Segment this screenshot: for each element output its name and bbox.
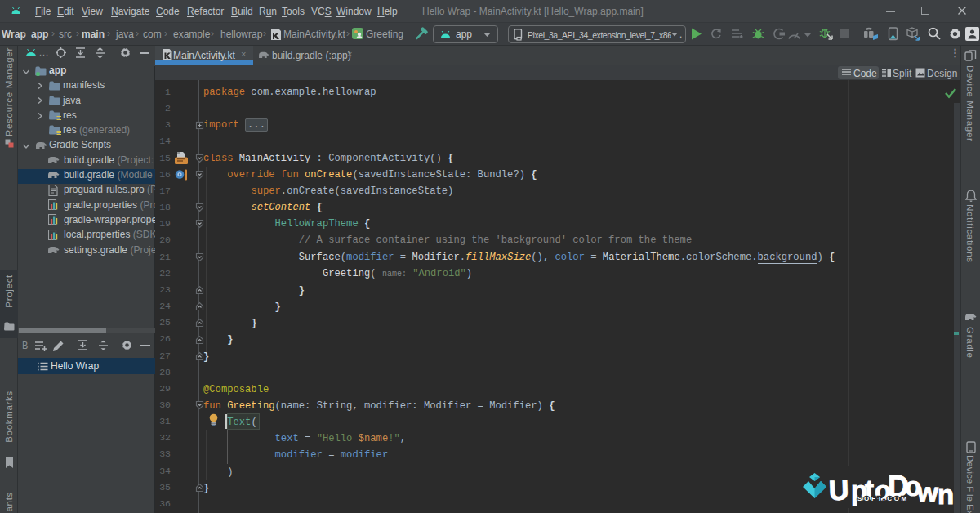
svg-text:SOFT.COM: SOFT.COM <box>858 495 909 502</box>
svg-text:U: U <box>828 474 849 506</box>
svg-text:n: n <box>938 480 954 510</box>
svg-text:w: w <box>916 477 939 508</box>
